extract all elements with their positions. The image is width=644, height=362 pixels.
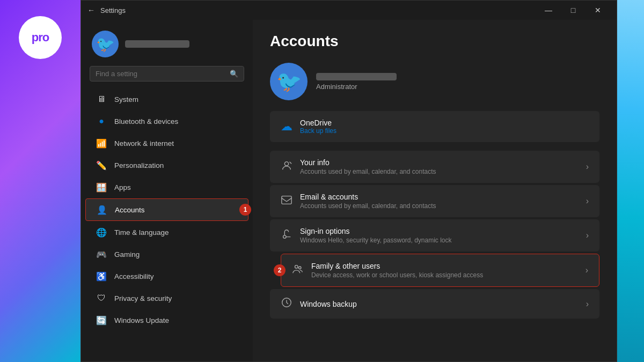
profile-role: Administrator [316, 83, 397, 91]
chevron-right-icon: › [586, 231, 589, 240]
sidebar-item-label: Apps [114, 183, 131, 191]
sidebar-item-privacy[interactable]: 🛡 Privacy & security [85, 287, 248, 309]
minimize-button[interactable]: — [536, 2, 561, 18]
family-title: Family & other users [311, 262, 586, 270]
page-title: Accounts [270, 33, 599, 50]
sidebar-item-apps[interactable]: 🪟 Apps [85, 176, 248, 198]
sidebar-item-time[interactable]: 🌐 Time & language [85, 221, 248, 243]
backup-icon [281, 297, 300, 311]
signin-text: Sign-in options Windows Hello, security … [300, 227, 586, 244]
backup-title: Windows backup [300, 300, 586, 308]
right-panel [617, 0, 644, 362]
main-profile: 🐦 Administrator [270, 63, 599, 100]
window-title: Settings [100, 6, 126, 14]
email-desc: Accounts used by email, calendar, and co… [300, 202, 586, 210]
settings-item-your-info[interactable]: Your info Accounts used by email, calend… [270, 151, 599, 183]
bluetooth-icon: ● [96, 116, 107, 127]
svg-rect-2 [282, 196, 291, 204]
main-profile-info: Administrator [316, 73, 397, 91]
nav-list: 🖥 System ● Bluetooth & devices 📶 Network… [81, 88, 253, 361]
signin-desc: Windows Hello, security key, password, d… [300, 237, 586, 244]
sidebar-item-label: Privacy & security [114, 294, 172, 302]
network-icon: 📶 [96, 138, 107, 149]
email-icon [281, 194, 300, 209]
search-input[interactable] [96, 70, 225, 78]
settings-window: ← Settings — □ ✕ 🐦 🔍 [80, 0, 617, 362]
settings-item-email[interactable]: Email & accounts Accounts used by email,… [270, 185, 599, 217]
personalization-icon: ✏️ [96, 160, 107, 171]
bird-avatar-emoji: 🐦 [276, 70, 302, 93]
svg-point-3 [283, 235, 287, 238]
onedrive-icon: ☁ [281, 120, 292, 134]
sidebar-item-bluetooth[interactable]: ● Bluetooth & devices [85, 110, 248, 132]
sidebar-item-system[interactable]: 🖥 System [85, 88, 248, 110]
close-button[interactable]: ✕ [586, 2, 610, 18]
svg-point-0 [284, 161, 288, 165]
sidebar-item-accounts[interactable]: 👤 Accounts 1 [85, 198, 248, 221]
window-content: 🐦 🔍 🖥 System ● Bluetooth & devices [81, 20, 617, 361]
sidebar-item-label: Bluetooth & devices [114, 117, 178, 125]
window-controls: — □ ✕ [536, 2, 610, 18]
pro-text: pro [32, 31, 49, 45]
sidebar-item-label: Accessibility [114, 272, 154, 280]
sidebar-item-label: Personalization [114, 161, 164, 169]
bird-emoji: 🐦 [96, 35, 115, 53]
sidebar-item-label: Network & internet [114, 139, 174, 147]
sidebar-item-gaming[interactable]: 🎮 Gaming [85, 243, 248, 265]
main-avatar: 🐦 [270, 63, 308, 100]
onedrive-card[interactable]: ☁ OneDrive Back up files [270, 111, 599, 142]
update-icon: 🔄 [96, 315, 107, 326]
onedrive-title: OneDrive [300, 119, 336, 127]
left-panel: pro [0, 0, 80, 362]
your-info-desc: Accounts used by email, calendar, and co… [300, 168, 586, 175]
sidebar: 🐦 🔍 🖥 System ● Bluetooth & devices [81, 20, 253, 361]
your-info-icon [281, 160, 300, 174]
main-content: Accounts 🐦 Administrator ☁ OneDrive Back… [253, 20, 617, 361]
settings-item-family[interactable]: 2 Family & other users Device access, wo… [281, 254, 599, 287]
sidebar-item-label: Gaming [114, 250, 140, 258]
privacy-icon: 🛡 [96, 293, 107, 304]
chevron-right-icon: › [586, 299, 589, 309]
pro-badge: pro [19, 16, 62, 59]
svg-point-5 [298, 266, 301, 269]
sidebar-item-label: Time & language [114, 228, 169, 237]
svg-line-1 [290, 161, 292, 164]
sidebar-item-network[interactable]: 📶 Network & internet [85, 132, 248, 154]
sidebar-avatar: 🐦 [92, 31, 119, 57]
family-desc: Device access, work or school users, kio… [311, 271, 586, 279]
sidebar-item-accessibility[interactable]: ♿ Accessibility [85, 265, 248, 287]
maximize-button[interactable]: □ [561, 2, 586, 18]
signin-title: Sign-in options [300, 227, 586, 235]
your-info-title: Your info [300, 158, 586, 167]
sidebar-item-personalization[interactable]: ✏️ Personalization [85, 154, 248, 176]
back-button[interactable]: ← [87, 6, 95, 14]
profile-name-blur [125, 40, 189, 48]
accounts-icon: 👤 [97, 204, 107, 215]
sidebar-item-update[interactable]: 🔄 Windows Update [85, 309, 248, 331]
chevron-right-icon: › [586, 196, 589, 206]
search-box[interactable]: 🔍 [90, 66, 244, 82]
sidebar-profile: 🐦 [81, 24, 253, 66]
settings-item-signin[interactable]: Sign-in options Windows Hello, security … [270, 219, 599, 252]
family-badge: 2 [274, 264, 286, 276]
signin-icon [281, 228, 300, 243]
onedrive-text: OneDrive Back up files [300, 119, 336, 135]
time-icon: 🌐 [96, 227, 107, 238]
settings-item-backup[interactable]: Windows backup › [270, 289, 599, 319]
family-text: Family & other users Device access, work… [311, 262, 586, 279]
title-bar-left: ← Settings [87, 6, 126, 14]
backup-text: Windows backup [300, 300, 586, 308]
profile-name-blurred [316, 73, 397, 80]
sidebar-item-label: System [114, 95, 138, 104]
email-title: Email & accounts [300, 193, 586, 201]
sidebar-item-label: Windows Update [114, 316, 169, 324]
your-info-text: Your info Accounts used by email, calend… [300, 158, 586, 175]
family-icon [292, 263, 311, 278]
gaming-icon: 🎮 [96, 249, 107, 260]
svg-point-4 [295, 265, 298, 268]
sidebar-item-label: Accounts [115, 206, 145, 214]
email-text: Email & accounts Accounts used by email,… [300, 193, 586, 210]
chevron-right-icon: › [586, 162, 589, 172]
chevron-right-icon: › [586, 265, 588, 275]
apps-icon: 🪟 [96, 182, 107, 193]
